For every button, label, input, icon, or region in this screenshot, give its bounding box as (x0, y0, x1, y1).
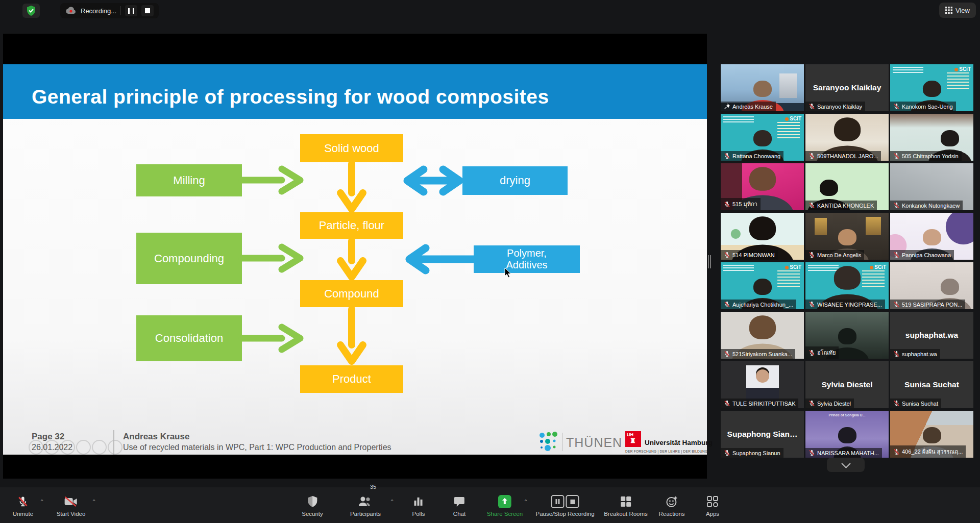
thunen-logo-divider (562, 433, 562, 451)
participant-name-label: 406_22 ฝั่งฝัน สุวรรณฤ... (890, 445, 966, 458)
virtual-bg-brand-text: SCiT (954, 66, 971, 72)
recording-label: Recording... (81, 7, 116, 15)
participant-name: Kanokorn Sae-Ueng (902, 104, 953, 110)
muted-mic-icon (17, 495, 29, 508)
muted-mic-icon (808, 252, 815, 258)
participant-tile-kantida-khonglek[interactable]: KANTIDA KHONGLEK (805, 163, 889, 210)
share-options-caret[interactable]: ⌃ (523, 499, 528, 505)
polls-button[interactable]: Polls (409, 494, 428, 517)
participant-name: Rattana Choowang (732, 153, 780, 159)
breakout-rooms-button[interactable]: Breakout Rooms (601, 494, 651, 517)
ghost-circle (92, 440, 107, 455)
participant-tile-konkanok[interactable]: Konkanok Nutongkaew (890, 163, 973, 210)
polls-label: Polls (412, 511, 425, 517)
video-options-caret[interactable]: ⌃ (91, 499, 96, 505)
arrow-milling-right (242, 169, 300, 191)
flowchart-arrows (3, 64, 707, 455)
recording-cloud-icon (65, 7, 77, 15)
participant-name-label: Konkanok Nutongkaew (890, 201, 963, 210)
view-button[interactable]: View (939, 3, 976, 18)
chevron-down-icon (841, 459, 850, 468)
participant-name: suphaphat.wa (902, 351, 937, 357)
participant-name-label: Sylvia Diestel (805, 399, 854, 408)
participant-tile-sunisa-suchat[interactable]: Sunisa Suchat Sunisa Suchat (890, 361, 973, 408)
muted-mic-icon (893, 153, 900, 159)
reactions-label: Reactions (658, 511, 684, 517)
arrow-consolidation-right (242, 327, 300, 350)
participant-tile-tule[interactable]: TULE SIRIKITPUTTISAK (721, 361, 804, 408)
participant-tile-aujchariya[interactable]: SCiT Aujchariya Chotikhun_... (721, 262, 804, 309)
participant-name: 509THANADOL JARO... (817, 153, 878, 159)
muted-mic-icon (808, 450, 815, 456)
share-screen-button[interactable]: Share Screen (484, 494, 526, 517)
uhh-logo-tagline: DER FORSCHUNG | DER LEHRE | DER BILDUNG (625, 450, 707, 453)
participant-tile-505-chitraphon[interactable]: 505 Chitraphon Yodsin (890, 114, 973, 161)
podium-backdrop-text: Prince of Songkla U... (805, 413, 889, 417)
participant-tile-marco-de-angelis[interactable]: Marco De Angelis (805, 213, 889, 260)
start-video-button[interactable]: Start Video (54, 494, 89, 517)
participants-button[interactable]: Participants 35 (347, 494, 384, 517)
handle-bar (708, 255, 709, 268)
unmute-button[interactable]: Unmute (10, 494, 36, 517)
meeting-info-shield-button[interactable] (22, 4, 40, 18)
participant-tile-406-22[interactable]: 406_22 ฝั่งฝัน สุวรรณฤ... (890, 411, 973, 458)
gallery-collapse-button[interactable] (827, 458, 865, 472)
footer-divider (113, 430, 114, 455)
participant-tile-521-siriyakorn[interactable]: 521Siriyakorn Suanka... (721, 312, 804, 359)
pause-stop-recording-button[interactable]: Pause/Stop Recording (532, 494, 597, 517)
participant-tile-kanokorn-sae-ueng[interactable]: SCiT Kanokorn Sae-Ueng (890, 64, 973, 111)
participant-tile-pannipa-chaowana[interactable]: Pannipa Chaowana (890, 213, 973, 260)
uhh-tower-icon: ♜ (630, 437, 636, 444)
muted-mic-icon (893, 202, 900, 209)
participant-tile-515[interactable]: 515 มุทิกา (721, 163, 804, 210)
thunen-dots-logo (538, 431, 560, 454)
participant-name: อโณทัย (817, 348, 836, 357)
participant-tile-suphaphat[interactable]: suphaphat.wa suphaphat.wa (890, 312, 973, 359)
participant-name-label: อโณทัย (805, 346, 839, 359)
participant-tile-supaphong[interactable]: Supaphong Sian… Supaphong Sianun (721, 411, 804, 458)
participant-name-label: 505 Chitraphon Yodsin (890, 151, 962, 161)
pause-stop-recording-label: Pause/Stop Recording (535, 511, 594, 517)
participant-tile-narissara[interactable]: Prince of Songkla U... NARISSARA MAHATH.… (805, 411, 889, 458)
participant-name-label: suphaphat.wa (890, 349, 940, 359)
participant-name: WISANEE YINGPRASE... (817, 302, 882, 308)
reactions-button[interactable]: Reactions (655, 494, 688, 517)
participant-name-label: WISANEE YINGPRASE... (805, 300, 885, 309)
apps-icon (707, 495, 718, 508)
unmute-options-caret[interactable]: ⌃ (39, 499, 44, 505)
muted-mic-icon (893, 252, 900, 258)
muted-mic-icon (724, 301, 730, 308)
participant-tile-514-pimonwan[interactable]: 514 PIMONWAN (721, 213, 804, 260)
participants-label: Participants (350, 511, 381, 517)
participant-name: Marco De Angelis (817, 252, 861, 258)
arrow-solidwood-down (340, 164, 363, 209)
participant-tile-wisanee[interactable]: SCiT WISANEE YINGPRASE... (805, 262, 889, 309)
participant-tile-andreas-krause[interactable]: Andreas Krause (721, 64, 804, 111)
participant-name-label: Rattana Choowang (721, 151, 783, 161)
reactions-smiley-icon (666, 495, 678, 508)
video-off-icon (64, 495, 78, 508)
pause-recording-button[interactable] (125, 5, 137, 16)
participant-tile-rattana-choowang[interactable]: SCiT Rattana Choowang (721, 114, 804, 161)
security-button[interactable]: Security (299, 494, 326, 517)
participant-tile-519-sasiprapa[interactable]: 519 SASIPRAPA PON... (890, 262, 973, 309)
participant-name: KANTIDA KHONGLEK (817, 203, 874, 209)
participant-name-label: Supaphong Sianun (721, 448, 783, 458)
pause-icon (551, 495, 564, 508)
participant-name-label: Saranyoo Klaiklay (805, 102, 865, 111)
participant-tile-saranyoo-klaiklay[interactable]: Saranyoo Klaiklay Saranyoo Klaiklay (805, 64, 889, 111)
participant-tile-anothai[interactable]: อโณทัย (805, 312, 889, 359)
muted-mic-icon (724, 351, 730, 357)
share-screen-label: Share Screen (487, 511, 523, 517)
participant-name: NARISSARA MAHATH... (817, 450, 879, 456)
panel-resize-handle[interactable] (708, 255, 712, 268)
participant-name-label: Kanokorn Sae-Ueng (890, 102, 956, 111)
apps-button[interactable]: Apps (703, 494, 722, 517)
participant-tile-509thanadol[interactable]: 509THANADOL JARO... (805, 114, 889, 161)
chat-button[interactable]: Chat (450, 494, 469, 517)
participant-tile-sylvia-diestel[interactable]: Sylvia Diestel Sylvia Diestel (805, 361, 889, 408)
stop-recording-button[interactable] (141, 5, 154, 16)
participants-options-caret[interactable]: ⌃ (389, 499, 394, 505)
muted-mic-icon (893, 449, 900, 455)
grid-view-icon (945, 7, 952, 14)
